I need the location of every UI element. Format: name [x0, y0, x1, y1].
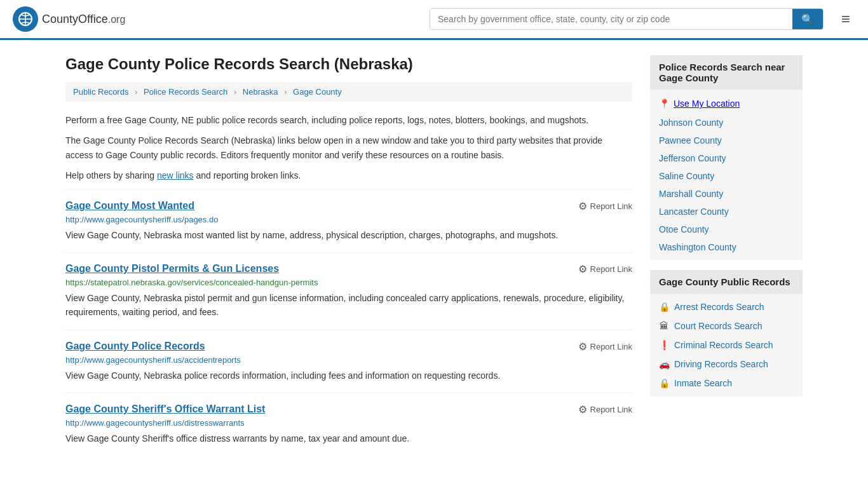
report-link-3[interactable]: ⚙ Report Link [578, 403, 632, 416]
use-my-location-item[interactable]: 📍 Use My Location [650, 93, 803, 114]
result-desc-3: View Gage County Sheriff's office distre… [65, 431, 632, 445]
logo-text: CountyOffice.org [42, 13, 125, 26]
public-records-icon-4: 🔒 [659, 378, 669, 388]
nearby-county-3: Saline County [650, 167, 803, 185]
new-links-link[interactable]: new links [157, 170, 194, 180]
search-icon: 🔍 [801, 14, 814, 25]
nearby-county-link-6[interactable]: Otoe County [659, 224, 709, 234]
page-title: Gage County Police Records Search (Nebra… [65, 55, 632, 73]
public-records-icon-2: ❗ [659, 340, 669, 350]
result-card-2: Gage County Police Records ⚙ Report Link… [65, 330, 632, 393]
result-desc-2: View Gage County, Nebraska police record… [65, 369, 632, 383]
nearby-county-link-4[interactable]: Marshall County [659, 189, 723, 199]
nearby-county-4: Marshall County [650, 185, 803, 203]
nearby-county-6: Otoe County [650, 220, 803, 238]
nearby-county-2: Jefferson County [650, 149, 803, 167]
logo[interactable]: CountyOffice.org [13, 6, 125, 32]
breadcrumb-public-records[interactable]: Public Records [73, 87, 128, 97]
breadcrumb-police-records-search[interactable]: Police Records Search [144, 87, 227, 97]
public-records-item-4: 🔒 Inmate Search [650, 374, 803, 393]
public-records-list: 🔒 Arrest Records Search 🏛 Court Records … [650, 297, 803, 393]
nearby-counties-list: Johnson CountyPawnee CountyJefferson Cou… [650, 114, 803, 256]
result-url-3[interactable]: http://www.gagecountysheriff.us/distress… [65, 418, 632, 428]
result-url-2[interactable]: http://www.gagecountysheriff.us/accident… [65, 355, 632, 365]
public-records-title: Gage County Public Records [650, 270, 803, 294]
nearby-title: Police Records Search near Gage County [650, 55, 803, 90]
result-desc-0: View Gage County, Nebraska most wanted l… [65, 228, 632, 242]
result-desc-1: View Gage County, Nebraska pistol permit… [65, 291, 632, 320]
public-records-item-1: 🏛 Court Records Search [650, 316, 803, 336]
report-icon-0: ⚙ [578, 200, 587, 212]
nearby-county-link-7[interactable]: Washington County [659, 242, 736, 252]
breadcrumb: Public Records › Police Records Search ›… [65, 82, 632, 102]
result-card-3: Gage County Sheriff's Office Warrant Lis… [65, 393, 632, 456]
public-records-content: 🔒 Arrest Records Search 🏛 Court Records … [650, 294, 803, 396]
hamburger-menu-button[interactable]: ≡ [836, 8, 855, 30]
nearby-county-link-0[interactable]: Johnson County [659, 118, 723, 128]
result-cards: Gage County Most Wanted ⚙ Report Link ht… [65, 189, 632, 456]
public-records-link-1[interactable]: Court Records Search [674, 321, 763, 331]
public-records-icon-3: 🚗 [659, 359, 669, 369]
nearby-county-link-2[interactable]: Jefferson County [659, 153, 726, 163]
page-description: Perform a free Gage County, NE public po… [65, 113, 632, 183]
result-title-0[interactable]: Gage County Most Wanted [65, 200, 194, 212]
public-records-link-3[interactable]: Driving Records Search [674, 359, 768, 369]
report-link-0[interactable]: ⚙ Report Link [578, 200, 632, 212]
report-link-1[interactable]: ⚙ Report Link [578, 263, 632, 275]
search-button[interactable]: 🔍 [792, 9, 823, 29]
result-title-1[interactable]: Gage County Pistol Permits & Gun License… [65, 263, 279, 274]
search-input[interactable] [430, 9, 792, 29]
search-bar: 🔍 [430, 8, 824, 30]
logo-icon [13, 6, 38, 32]
nearby-county-link-5[interactable]: Lancaster County [659, 207, 729, 217]
description-1: Perform a free Gage County, NE public po… [65, 113, 632, 127]
public-records-link-0[interactable]: Arrest Records Search [674, 302, 764, 312]
nearby-county-5: Lancaster County [650, 203, 803, 220]
public-records-item-0: 🔒 Arrest Records Search [650, 297, 803, 316]
nearby-county-7: Washington County [650, 238, 803, 256]
header: CountyOffice.org 🔍 ≡ [0, 0, 868, 40]
main-content: Gage County Police Records Search (Nebra… [65, 55, 632, 456]
nearby-section: Police Records Search near Gage County 📍… [650, 55, 803, 260]
report-icon-2: ⚙ [578, 341, 587, 353]
public-records-link-4[interactable]: Inmate Search [674, 378, 732, 388]
public-records-section: Gage County Public Records 🔒 Arrest Reco… [650, 270, 803, 396]
report-link-2[interactable]: ⚙ Report Link [578, 341, 632, 353]
result-url-0[interactable]: http://www.gagecountysheriff.us/pages.do [65, 215, 632, 224]
public-records-icon-1: 🏛 [659, 321, 669, 331]
report-icon-3: ⚙ [578, 403, 587, 416]
public-records-item-3: 🚗 Driving Records Search [650, 355, 803, 374]
breadcrumb-nebraska[interactable]: Nebraska [243, 87, 278, 97]
result-card-0: Gage County Most Wanted ⚙ Report Link ht… [65, 189, 632, 252]
result-card-1: Gage County Pistol Permits & Gun License… [65, 252, 632, 330]
location-icon: 📍 [659, 98, 670, 109]
nearby-county-0: Johnson County [650, 114, 803, 132]
result-title-3[interactable]: Gage County Sheriff's Office Warrant Lis… [65, 403, 265, 415]
breadcrumb-gage-county[interactable]: Gage County [293, 87, 342, 97]
report-icon-1: ⚙ [578, 263, 587, 275]
use-my-location-link[interactable]: Use My Location [674, 98, 740, 109]
nearby-county-1: Pawnee County [650, 132, 803, 149]
result-title-2[interactable]: Gage County Police Records [65, 341, 205, 352]
description-2: The Gage County Police Records Search (N… [65, 133, 632, 162]
nearby-content: 📍 Use My Location Johnson CountyPawnee C… [650, 90, 803, 260]
page-container: Gage County Police Records Search (Nebra… [53, 40, 815, 471]
result-url-1[interactable]: https://statepatrol.nebraska.gov/service… [65, 278, 632, 287]
nearby-county-link-3[interactable]: Saline County [659, 171, 714, 181]
public-records-link-2[interactable]: Criminal Records Search [674, 340, 773, 350]
public-records-item-2: ❗ Criminal Records Search [650, 336, 803, 355]
description-3: Help others by sharing new links and rep… [65, 168, 632, 182]
nearby-county-link-1[interactable]: Pawnee County [659, 135, 722, 146]
public-records-icon-0: 🔒 [659, 302, 669, 312]
sidebar: Police Records Search near Gage County 📍… [650, 55, 803, 456]
